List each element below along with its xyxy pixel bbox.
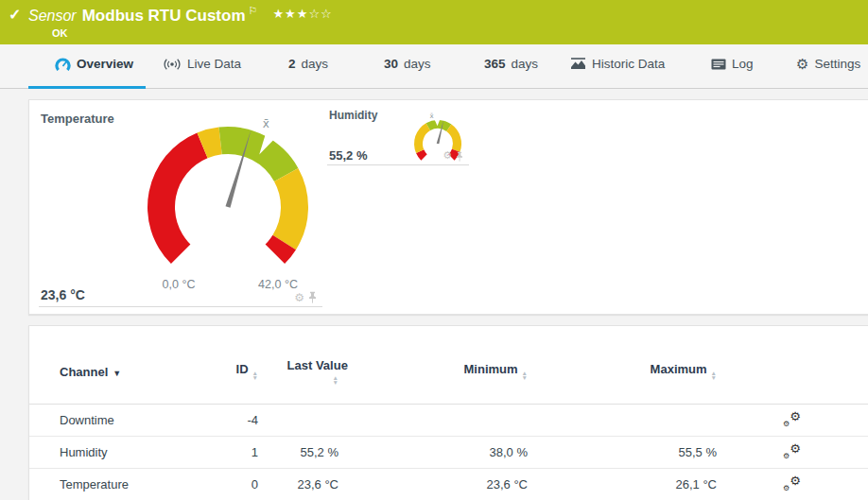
channel-settings-icon[interactable]: ⚙⚙ xyxy=(783,443,801,459)
log-icon xyxy=(711,59,726,70)
gauge-title: Temperature xyxy=(41,112,114,126)
channel-last-value: 55,2 % xyxy=(258,445,339,459)
channel-id: 0 xyxy=(225,477,258,491)
table-row-humidity[interactable]: Humidity 1 55,2 % 38,0 % 55,5 % ⚙⚙ xyxy=(29,437,868,469)
temperature-gauge: x̄ xyxy=(39,107,322,306)
tab-live-data[interactable]: Live Data xyxy=(163,57,241,71)
gauge-min-label: 0,0 °C xyxy=(148,278,209,291)
pin-icon[interactable] xyxy=(456,151,463,162)
column-header-id[interactable]: ID▲▼ xyxy=(225,362,258,381)
channel-name[interactable]: Humidity xyxy=(60,445,225,459)
tab-settings[interactable]: ⚙ Settings xyxy=(796,57,860,71)
tab-label: Log xyxy=(732,57,754,71)
channel-maximum: 26,1 °C xyxy=(528,477,717,491)
pin-icon[interactable] xyxy=(308,291,317,303)
channels-table-panel: Channel▼ ID▲▼ Last Value▲▼ Minimum▲▼ Max… xyxy=(28,325,868,500)
tab-label: days xyxy=(302,57,329,71)
column-header-maximum[interactable]: Maximum▲▼ xyxy=(528,362,717,381)
live-data-icon xyxy=(163,58,182,71)
channel-minimum: 23,6 °C xyxy=(339,477,528,491)
tab-label: days xyxy=(404,57,431,71)
tab-bar: Overview Live Data 2 days 30 days 365 da… xyxy=(0,44,868,89)
channel-id: -4 xyxy=(225,413,258,427)
column-header-channel[interactable]: Channel▼ xyxy=(60,365,225,379)
tab-number: 30 xyxy=(384,57,398,71)
table-row-downtime[interactable]: Downtime -4 ⚙⚙ xyxy=(29,405,868,437)
channel-name[interactable]: Temperature xyxy=(60,477,225,491)
tab-number: 2 xyxy=(288,57,296,71)
tab-30-days[interactable]: 30 days xyxy=(384,57,431,71)
tab-label: Overview xyxy=(77,57,133,71)
gauge-title: Humidity xyxy=(329,109,377,122)
tab-label: Historic Data xyxy=(592,57,665,71)
tab-number: 365 xyxy=(484,57,506,71)
channel-name[interactable]: Downtime xyxy=(60,413,225,427)
sort-icon: ▲▼ xyxy=(711,371,717,381)
channel-settings-icon[interactable]: ⚙⚙ xyxy=(783,475,801,491)
gear-icon: ⚙ xyxy=(796,58,808,71)
tab-365-days[interactable]: 365 days xyxy=(484,57,538,71)
priority-stars[interactable]: ★★★☆☆ xyxy=(272,7,332,21)
historic-chart-icon xyxy=(570,58,586,70)
channel-id: 1 xyxy=(225,445,258,459)
channel-minimum: 38,0 % xyxy=(339,445,528,459)
flag-icon[interactable]: ⚐ xyxy=(249,5,258,16)
column-header-minimum[interactable]: Minimum▲▼ xyxy=(339,362,528,381)
stars-filled[interactable]: ★★★ xyxy=(272,7,308,21)
column-label: Last Value xyxy=(287,358,329,372)
tab-overview[interactable]: Overview xyxy=(55,57,133,71)
sort-desc-icon: ▼ xyxy=(113,369,121,378)
status-badge: OK xyxy=(52,27,68,39)
tab-label: days xyxy=(512,57,539,71)
channel-settings-icon[interactable]: ⚙⚙ xyxy=(783,411,801,427)
stars-empty[interactable]: ☆☆ xyxy=(308,7,332,21)
column-label: ID xyxy=(236,362,249,376)
gauge-icon xyxy=(55,58,71,71)
gauge-current-value: 55,2 % xyxy=(329,148,367,163)
gauge-max-label: 42,0 °C xyxy=(248,278,308,291)
tab-log[interactable]: Log xyxy=(711,57,754,71)
tab-label: Live Data xyxy=(187,57,241,71)
gauge-settings-gear-icon[interactable]: ⚙ xyxy=(294,292,304,303)
table-header-row: Channel▼ ID▲▼ Last Value▲▼ Minimum▲▼ Max… xyxy=(29,326,868,405)
table-row-temperature[interactable]: Temperature 0 23,6 °C 23,6 °C 26,1 °C ⚙⚙ xyxy=(29,469,868,500)
column-label: Channel xyxy=(60,365,108,379)
sensor-title: Modbus RTU Custom xyxy=(82,7,246,25)
tab-2-days[interactable]: 2 days xyxy=(288,57,328,71)
temperature-gauge-widget: x̄ Temperature 0,0 °C 42,0 °C 23,6 °C ⚙ xyxy=(39,107,322,307)
object-kind-label: Sensor xyxy=(28,8,77,24)
tab-historic-data[interactable]: Historic Data xyxy=(570,57,665,71)
gauge-current-value: 23,6 °C xyxy=(41,287,85,302)
channel-last-value: 23,6 °C xyxy=(258,477,339,491)
sensor-status-header: ✓ SensorModbus RTU Custom⚐★★★☆☆ OK xyxy=(0,0,868,44)
gauges-panel: x̄ Temperature 0,0 °C 42,0 °C 23,6 °C ⚙ … xyxy=(28,99,868,315)
tab-label: Settings xyxy=(814,57,860,71)
svg-text:x̄: x̄ xyxy=(430,112,434,120)
humidity-gauge-widget: x̄ Humidity 55,2 % ⚙ xyxy=(327,107,469,165)
channel-maximum: 55,5 % xyxy=(528,445,717,459)
svg-text:x̄: x̄ xyxy=(263,117,269,130)
active-tab-indicator xyxy=(28,86,146,89)
ok-check-icon: ✓ xyxy=(9,6,21,24)
column-label: Maximum xyxy=(651,362,707,376)
column-label: Minimum xyxy=(464,362,518,376)
gauge-settings-gear-icon[interactable]: ⚙ xyxy=(443,150,452,162)
column-header-last-value[interactable]: Last Value▲▼ xyxy=(258,357,339,386)
